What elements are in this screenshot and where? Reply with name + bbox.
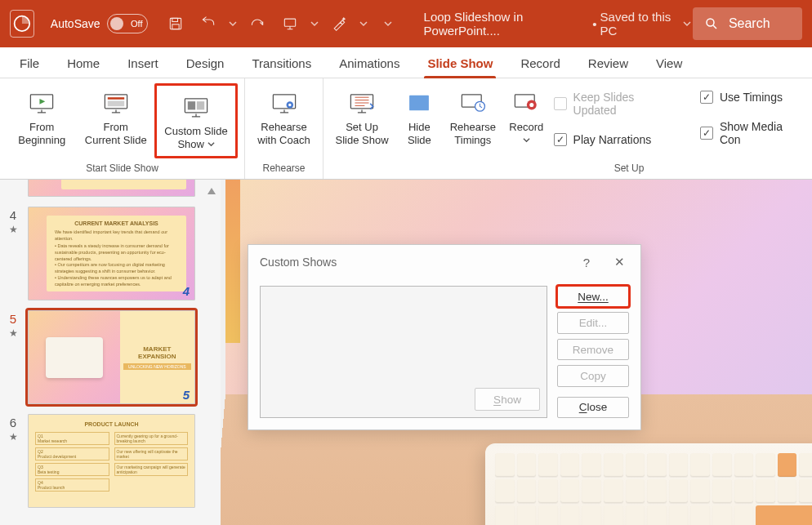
present-from-beginning-button[interactable] <box>275 9 305 38</box>
custom-slide-show-button[interactable]: Custom Slide Show <box>158 87 234 154</box>
tab-animations[interactable]: Animations <box>336 50 403 78</box>
dialog-close-icon[interactable]: ✕ <box>603 249 636 275</box>
group-label-start: Start Slide Show <box>7 161 238 177</box>
svg-rect-3 <box>172 24 178 29</box>
thumbnail-row-4[interactable]: 4★ CURRENT MARKET ANALYSIS We have ident… <box>0 202 207 305</box>
svg-rect-12 <box>197 101 204 109</box>
custom-slide-show-highlight: Custom Slide Show <box>154 83 238 158</box>
slide-number: 4★ <box>5 207 21 300</box>
slide-number <box>5 185 21 197</box>
record-button[interactable]: Record <box>504 83 549 150</box>
use-timings-checkbox[interactable]: Use Timings <box>698 88 805 106</box>
svg-point-5 <box>707 19 714 26</box>
autosave-toggle[interactable]: AutoSave Off <box>51 14 148 33</box>
svg-rect-16 <box>350 95 373 109</box>
powerpoint-app-icon <box>10 10 34 38</box>
tab-design[interactable]: Design <box>183 50 228 78</box>
svg-rect-9 <box>108 100 124 106</box>
ribbon: From Beginning From Current Slide Custom… <box>0 78 812 180</box>
tab-record[interactable]: Record <box>517 50 563 78</box>
undo-button[interactable] <box>194 9 223 38</box>
copy-button[interactable]: Copy <box>557 365 629 386</box>
title-bar: AutoSave Off Loop Slideshow in PowerPoin… <box>0 0 812 47</box>
save-button[interactable] <box>161 9 190 38</box>
document-title: Loop Slideshow in PowerPoint.... <box>424 10 580 38</box>
slide-thumbnails-panel[interactable]: 4★ CURRENT MARKET ANALYSIS We have ident… <box>0 180 221 525</box>
svg-rect-11 <box>188 101 195 109</box>
autosave-label: AutoSave <box>51 17 100 30</box>
custom-shows-list[interactable]: Show <box>260 286 547 418</box>
slide-thumbnail[interactable]: CURRENT MARKET ANALYSIS We have identifi… <box>28 207 195 300</box>
slide-thumbnail[interactable]: PRODUCT LAUNCH Q1Market researchQ2Produc… <box>28 414 195 508</box>
svg-point-15 <box>288 104 291 106</box>
search-placeholder: Search <box>729 16 770 31</box>
scroll-up-icon[interactable] <box>207 188 216 194</box>
tab-transitions[interactable]: Transitions <box>248 50 315 78</box>
tab-slide-show[interactable]: Slide Show <box>424 50 496 78</box>
hide-slide-icon <box>405 88 433 118</box>
undo-dropdown[interactable] <box>226 17 239 30</box>
animation-star-icon: ★ <box>9 224 18 235</box>
keep-slides-updated-checkbox[interactable]: Keep Slides Updated <box>552 88 679 119</box>
custom-show-icon <box>182 92 210 122</box>
tab-view[interactable]: View <box>653 50 685 78</box>
animation-star-icon: ★ <box>9 431 18 443</box>
rehearse-with-coach-button[interactable]: Rehearse with Coach <box>252 83 316 150</box>
svg-rect-17 <box>409 96 429 111</box>
timings-icon <box>459 88 487 118</box>
quick-access-toolbar <box>161 9 395 38</box>
tab-file[interactable]: File <box>16 50 42 78</box>
thumbnail-row-6[interactable]: 6★ PRODUCT LAUNCH Q1Market researchQ2Pro… <box>0 409 207 513</box>
search-icon <box>704 16 719 31</box>
coach-icon <box>270 88 298 118</box>
ribbon-tabs: File Home Insert Design Transitions Anim… <box>0 47 812 78</box>
designer-button[interactable] <box>324 9 354 38</box>
svg-point-22 <box>530 103 534 107</box>
hide-slide-button[interactable]: Hide Slide <box>397 83 442 150</box>
rehearse-timings-button[interactable]: Rehearse Timings <box>445 83 501 150</box>
slide-number: 5★ <box>5 310 21 404</box>
edit-button[interactable]: Edit... <box>557 312 629 333</box>
new-button[interactable]: New... <box>557 286 629 307</box>
play-narrations-checkbox[interactable]: Play Narrations <box>552 131 679 149</box>
group-label-rehearse: Rehearse <box>252 161 316 177</box>
svg-rect-2 <box>172 18 177 21</box>
thumbnail-row-5[interactable]: 5★ MARKET EXPANSION UNLOCKING NEW HORIZO… <box>0 305 207 409</box>
slide-number: 6★ <box>5 414 21 508</box>
group-label-setup: Set Up <box>453 161 805 177</box>
from-beginning-button[interactable]: From Beginning <box>7 83 78 150</box>
qat-customize-dropdown[interactable] <box>381 17 395 30</box>
svg-rect-4 <box>284 19 295 26</box>
thumbnail-row-3[interactable] <box>0 180 207 202</box>
redo-button[interactable] <box>243 9 272 38</box>
toggle-off-icon: Off <box>107 14 148 33</box>
show-media-controls-checkbox[interactable]: Show Media Con <box>698 118 805 149</box>
tab-review[interactable]: Review <box>585 50 631 78</box>
dialog-title: Custom Shows <box>260 256 570 269</box>
save-status[interactable]: •Saved to this PC <box>592 10 693 38</box>
search-input[interactable]: Search <box>693 7 802 40</box>
from-current-slide-button[interactable]: From Current Slide <box>81 83 152 150</box>
screen-icon <box>102 88 130 118</box>
show-button[interactable]: Show <box>475 388 540 411</box>
remove-button[interactable]: Remove <box>557 339 629 360</box>
slide-thumbnail-selected[interactable]: MARKET EXPANSION UNLOCKING NEW HORIZONS … <box>28 310 195 404</box>
animation-star-icon: ★ <box>9 327 18 339</box>
dialog-help-button[interactable]: ? <box>570 249 603 275</box>
tab-insert[interactable]: Insert <box>124 50 162 78</box>
custom-shows-dialog: Custom Shows ? ✕ Show New... Edit... Rem… <box>248 244 641 430</box>
setup-icon <box>348 88 376 118</box>
play-screen-icon <box>28 88 56 118</box>
keyboard-image <box>485 443 812 525</box>
present-dropdown[interactable] <box>308 17 321 30</box>
svg-rect-8 <box>108 97 124 100</box>
tab-home[interactable]: Home <box>64 50 103 78</box>
setup-slide-show-button[interactable]: Set Up Slide Show <box>330 83 394 150</box>
slide-thumbnail[interactable] <box>28 180 195 197</box>
close-button[interactable]: Close <box>557 397 629 418</box>
record-icon <box>512 88 540 118</box>
designer-dropdown[interactable] <box>357 17 370 30</box>
